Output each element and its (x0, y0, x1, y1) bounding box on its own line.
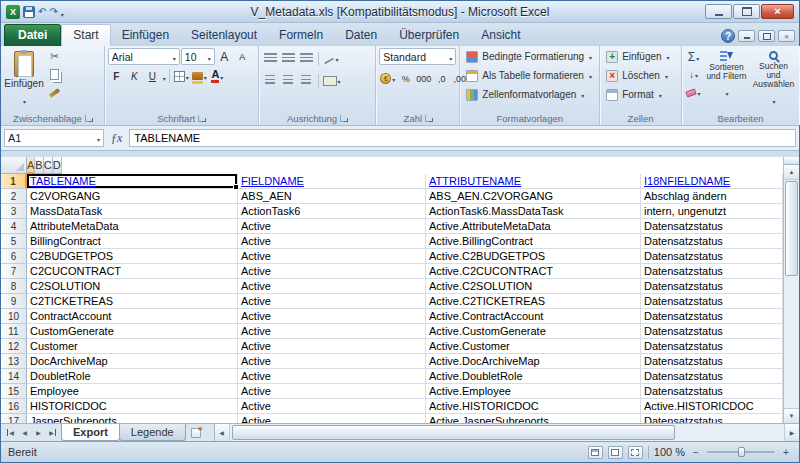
formula-input[interactable]: TABLENAME (129, 129, 796, 147)
cell[interactable]: Active.C2SOLUTION (426, 279, 641, 294)
delete-cells-button[interactable]: Löschen (603, 67, 678, 84)
sheet-tab[interactable]: Legende (119, 424, 186, 441)
zoom-slider-thumb[interactable] (738, 447, 745, 457)
cell[interactable]: Active.BillingContract (426, 234, 641, 249)
conditional-formatting-button[interactable]: Bedingte Formatierung (463, 48, 596, 65)
row-header[interactable]: 11 (1, 324, 27, 339)
column-header[interactable]: C (44, 157, 53, 174)
qat-customize-icon[interactable] (61, 3, 64, 21)
scroll-up-icon[interactable] (784, 165, 799, 180)
cell[interactable]: Customer (27, 339, 238, 354)
cell[interactable]: ActionTask6.MassDataTask (426, 204, 641, 219)
font-dialog-launcher-icon[interactable] (198, 115, 205, 122)
cell[interactable]: Active (238, 414, 426, 423)
clear-button[interactable] (685, 84, 702, 101)
vertical-scroll-track[interactable] (784, 180, 799, 408)
cell[interactable]: BillingContract (27, 234, 238, 249)
format-as-table-button[interactable]: Als Tabelle formatieren (463, 67, 596, 84)
workbook-minimize-button[interactable] (738, 30, 755, 42)
cell[interactable]: JasperSubreports (27, 414, 238, 423)
row-header[interactable]: 3 (1, 204, 27, 219)
borders-button[interactable] (173, 68, 190, 85)
underline-button[interactable]: U (144, 68, 161, 85)
cell[interactable]: C2SOLUTION (27, 279, 238, 294)
column-header[interactable]: A (27, 157, 35, 174)
horizontal-scroll-track[interactable] (230, 424, 784, 441)
cell[interactable]: Active.DocArchiveMap (426, 354, 641, 369)
grow-font-button[interactable]: A (216, 48, 233, 65)
cell[interactable]: Datensatzstatus (641, 294, 783, 309)
currency-format-button[interactable]: € (379, 70, 396, 87)
cell[interactable]: Employee (27, 384, 238, 399)
cell[interactable]: ActionTask6 (238, 204, 426, 219)
cell[interactable]: ABS_AEN.C2VORGANG (426, 189, 641, 204)
cell[interactable]: FIELDNAME (238, 174, 426, 189)
cell[interactable]: Datensatzstatus (641, 264, 783, 279)
workbook-restore-button[interactable] (758, 30, 775, 42)
cell[interactable]: ContractAccount (27, 309, 238, 324)
ribbon-tab[interactable]: Überprüfen (388, 25, 470, 46)
cell[interactable]: ATTRIBUTENAME (426, 174, 641, 189)
cell[interactable]: Datensatzstatus (641, 414, 783, 423)
cell[interactable]: DoubletRole (27, 369, 238, 384)
merge-center-button[interactable] (322, 72, 342, 89)
cell[interactable]: C2CUCONTRACT (27, 264, 238, 279)
cell[interactable]: Active (238, 264, 426, 279)
cell[interactable]: Active (238, 309, 426, 324)
cell-styles-button[interactable]: Zellenformatvorlagen (463, 86, 596, 103)
ribbon-tab[interactable]: Formeln (268, 25, 334, 46)
format-painter-button[interactable] (46, 84, 63, 101)
row-header[interactable]: 4 (1, 219, 27, 234)
align-bottom-button[interactable] (298, 50, 315, 67)
row-header[interactable]: 15 (1, 384, 27, 399)
fill-button[interactable]: ↓ (685, 66, 702, 83)
column-header[interactable]: B (35, 157, 43, 174)
name-box[interactable]: A1 (4, 129, 104, 147)
number-format-select[interactable]: Standard (379, 48, 456, 65)
cell[interactable]: Active.Customer (426, 339, 641, 354)
cell[interactable]: Active.DoubletRole (426, 369, 641, 384)
next-sheet-icon[interactable] (32, 426, 45, 439)
cell[interactable]: Abschlag ändern (641, 189, 783, 204)
close-button[interactable] (761, 4, 794, 19)
page-break-view-button[interactable] (628, 446, 643, 459)
cell[interactable]: ABS_AEN (238, 189, 426, 204)
cell[interactable]: Datensatzstatus (641, 309, 783, 324)
copy-button[interactable] (46, 66, 63, 83)
file-tab[interactable]: Datei (4, 24, 61, 46)
cell[interactable]: Active.C2BUDGETPOS (426, 249, 641, 264)
align-right-button[interactable] (298, 72, 315, 89)
align-center-button[interactable] (280, 72, 297, 89)
cell[interactable]: I18NFIELDNAME (641, 174, 783, 189)
row-header[interactable]: 5 (1, 234, 27, 249)
workbook-close-button[interactable] (778, 30, 795, 42)
orientation-button[interactable] (322, 50, 340, 67)
split-handle[interactable] (784, 157, 799, 165)
row-header[interactable]: 13 (1, 354, 27, 369)
italic-button[interactable]: K (126, 68, 143, 85)
row-header[interactable]: 7 (1, 264, 27, 279)
cell[interactable]: Active (238, 369, 426, 384)
column-header[interactable]: D (53, 157, 62, 174)
cell[interactable]: Active (238, 339, 426, 354)
cell[interactable]: Active (238, 354, 426, 369)
cell[interactable]: MassDataTask (27, 204, 238, 219)
maximize-button[interactable] (733, 4, 760, 19)
paste-button[interactable]: Einfügen (4, 48, 44, 109)
cell[interactable]: Active (238, 249, 426, 264)
cell[interactable]: Active.ContractAccount (426, 309, 641, 324)
clipboard-dialog-launcher-icon[interactable] (85, 115, 92, 122)
cell[interactable]: Active.C2CUCONTRACT (426, 264, 641, 279)
scroll-down-icon[interactable] (784, 408, 799, 423)
help-icon[interactable]: ? (721, 29, 735, 43)
cell[interactable]: Datensatzstatus (641, 339, 783, 354)
first-sheet-icon[interactable] (4, 426, 17, 439)
zoom-out-icon[interactable] (690, 447, 702, 458)
previous-sheet-icon[interactable] (18, 426, 31, 439)
cell[interactable]: Active.HISTORICDOC (641, 399, 783, 414)
cell[interactable]: Datensatzstatus (641, 384, 783, 399)
zoom-in-icon[interactable] (780, 447, 792, 458)
horizontal-scrollbar[interactable] (214, 424, 799, 441)
autosum-button[interactable]: Σ (685, 48, 702, 65)
cell[interactable]: Active (238, 399, 426, 414)
